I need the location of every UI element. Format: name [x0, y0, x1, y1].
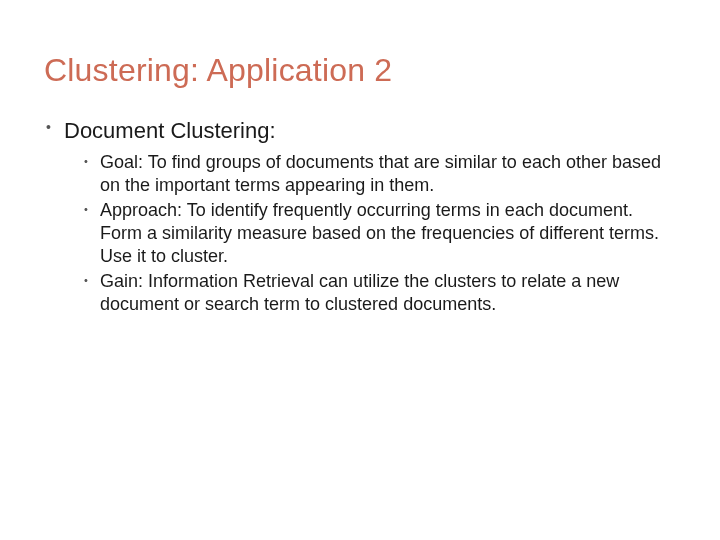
bullet-text: Approach: To identify frequently occurri… [100, 200, 659, 266]
list-item: Goal: To find groups of documents that a… [84, 151, 676, 197]
slide-title: Clustering: Application 2 [44, 52, 676, 89]
bullet-list-level1: Document Clustering: Goal: To find group… [44, 117, 676, 316]
list-item: Document Clustering: Goal: To find group… [46, 117, 676, 316]
bullet-list-level2: Goal: To find groups of documents that a… [64, 151, 676, 316]
bullet-text: Gain: Information Retrieval can utilize … [100, 271, 619, 314]
list-item: Approach: To identify frequently occurri… [84, 199, 676, 268]
slide: Clustering: Application 2 Document Clust… [0, 0, 720, 540]
bullet-text: Goal: To find groups of documents that a… [100, 152, 661, 195]
bullet-text: Document Clustering: [64, 118, 276, 143]
list-item: Gain: Information Retrieval can utilize … [84, 270, 676, 316]
